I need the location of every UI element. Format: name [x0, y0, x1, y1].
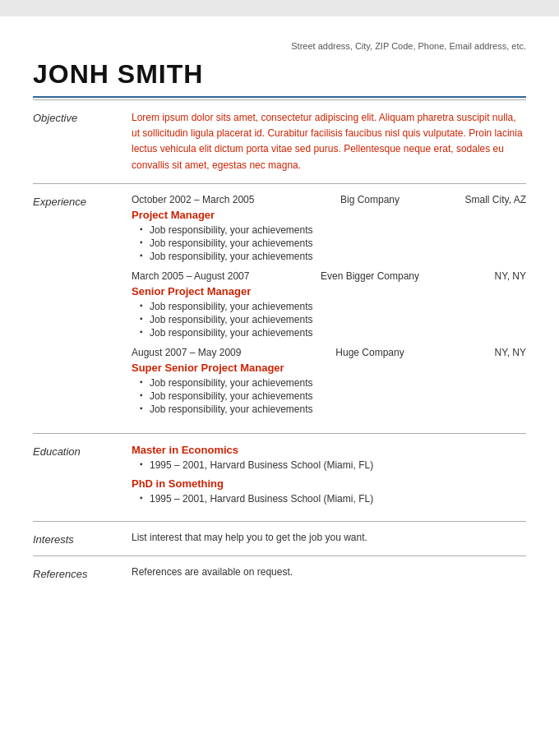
- bullet-item: Job responsibility, your achievements: [140, 390, 526, 402]
- edu-detail-item: 1995 – 2001, Harvard Business School (Mi…: [140, 459, 526, 471]
- bullet-item: Job responsibility, your achievements: [140, 403, 526, 415]
- job-2-location: NY, NY: [460, 270, 526, 282]
- references-text: References are available on request.: [132, 566, 293, 578]
- bullet-item: Job responsibility, your achievements: [140, 327, 526, 339]
- resume-page: Street address, City, ZIP Code, Phone, E…: [0, 16, 559, 756]
- objective-text: Lorem ipsum dolor sits amet, consectetur…: [132, 110, 526, 173]
- interests-text: List interest that may help you to get t…: [132, 532, 367, 543]
- degree-2-title: PhD in Something: [132, 477, 526, 490]
- job-1-company: Big Company: [280, 194, 460, 205]
- job-1-location: Small City, AZ: [460, 194, 526, 205]
- references-label: References: [33, 566, 132, 580]
- objective-section: Objective Lorem ipsum dolor sits amet, c…: [33, 100, 526, 184]
- job-3: August 2007 – May 2009 Huge Company NY, …: [132, 347, 526, 415]
- job-3-location: NY, NY: [460, 347, 526, 358]
- job-2-title: Senior Project Manager: [132, 285, 526, 297]
- education-section: Education Master in Economics 1995 – 200…: [33, 434, 526, 522]
- bullet-item: Job responsibility, your achievements: [140, 301, 526, 312]
- bullet-item: Job responsibility, your achievements: [140, 237, 526, 249]
- address-text: Street address, City, ZIP Code, Phone, E…: [291, 41, 526, 51]
- job-2: March 2005 – August 2007 Even Bigger Com…: [132, 270, 526, 339]
- bullet-item: Job responsibility, your achievements: [140, 251, 526, 262]
- job-1-header: October 2002 – March 2005 Big Company Sm…: [132, 194, 526, 205]
- bullet-item: Job responsibility, your achievements: [140, 224, 526, 236]
- education-content: Master in Economics 1995 – 2001, Harvard…: [132, 444, 526, 511]
- job-1-title: Project Manager: [132, 209, 526, 221]
- interests-content: List interest that may help you to get t…: [132, 532, 526, 546]
- job-1: October 2002 – March 2005 Big Company Sm…: [132, 194, 526, 262]
- bullet-item: Job responsibility, your achievements: [140, 377, 526, 389]
- experience-label: Experience: [33, 194, 132, 423]
- objective-content: Lorem ipsum dolor sits amet, consectetur…: [132, 110, 526, 173]
- divider-blue: [33, 96, 526, 98]
- experience-section: Experience October 2002 – March 2005 Big…: [33, 184, 526, 434]
- education-label: Education: [33, 444, 132, 511]
- job-1-dates: October 2002 – March 2005: [132, 194, 280, 205]
- job-3-title: Super Senior Project Manager: [132, 362, 526, 374]
- job-2-header: March 2005 – August 2007 Even Bigger Com…: [132, 270, 526, 282]
- degree-1-detail: 1995 – 2001, Harvard Business School (Mi…: [132, 459, 526, 471]
- interests-section: Interests List interest that may help yo…: [33, 522, 526, 556]
- job-3-dates: August 2007 – May 2009: [132, 347, 280, 358]
- experience-content: October 2002 – March 2005 Big Company Sm…: [132, 194, 526, 423]
- interests-label: Interests: [33, 532, 132, 546]
- job-2-dates: March 2005 – August 2007: [132, 270, 280, 282]
- references-section: References References are available on r…: [33, 556, 526, 590]
- job-3-company: Huge Company: [280, 347, 460, 358]
- edu-detail-item: 1995 – 2001, Harvard Business School (Mi…: [140, 493, 526, 505]
- job-3-bullets: Job responsibility, your achievements Jo…: [132, 377, 526, 415]
- objective-label: Objective: [33, 110, 132, 173]
- references-content: References are available on request.: [132, 566, 526, 580]
- job-3-header: August 2007 – May 2009 Huge Company NY, …: [132, 347, 526, 358]
- bullet-item: Job responsibility, your achievements: [140, 314, 526, 325]
- job-1-bullets: Job responsibility, your achievements Jo…: [132, 224, 526, 262]
- degree-1-title: Master in Economics: [132, 444, 526, 456]
- job-2-company: Even Bigger Company: [280, 270, 460, 282]
- job-2-bullets: Job responsibility, your achievements Jo…: [132, 301, 526, 339]
- candidate-name: JONH SMITH: [33, 59, 526, 90]
- address-bar: Street address, City, ZIP Code, Phone, E…: [33, 41, 526, 51]
- degree-2-detail: 1995 – 2001, Harvard Business School (Mi…: [132, 493, 526, 505]
